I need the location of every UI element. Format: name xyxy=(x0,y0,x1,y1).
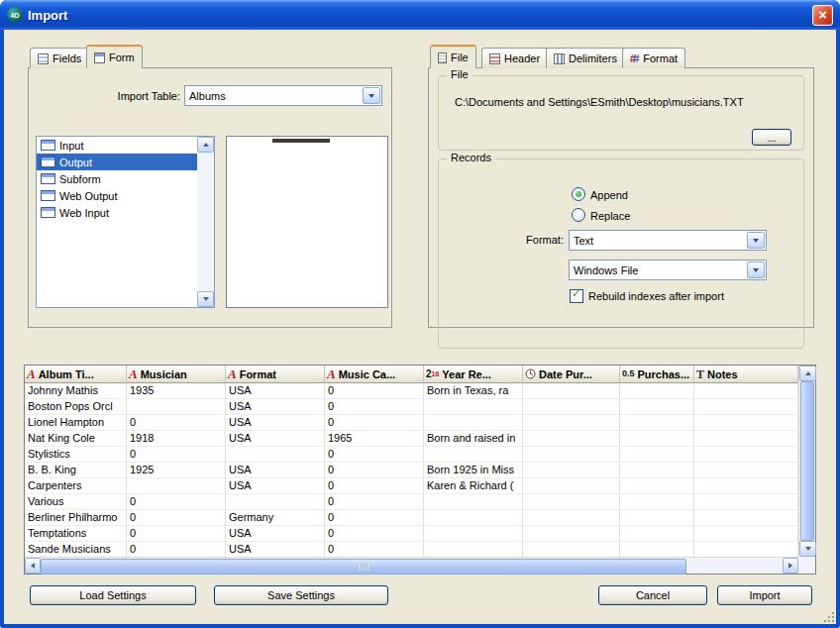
table-cell xyxy=(620,415,694,431)
table-cell xyxy=(424,510,523,526)
vertical-scroll-thumb[interactable] xyxy=(800,381,814,541)
table-cell xyxy=(620,447,694,463)
tab-delimiters[interactable]: Delimiters xyxy=(546,48,625,68)
table-row[interactable]: Temptations0USA0 xyxy=(25,526,798,542)
table-row[interactable]: Nat King Cole1918USA1965Born and raised … xyxy=(25,431,798,447)
tab-format[interactable]: Format xyxy=(622,48,685,68)
tab-fields[interactable]: Fields xyxy=(30,48,89,68)
table-cell: 0 xyxy=(325,463,424,478)
import-dialog-window: 4D Import Fields Form Import Table: Albu… xyxy=(0,0,840,628)
rebuild-indexes-checkbox[interactable] xyxy=(570,289,583,303)
form-list[interactable]: InputOutputSubformWeb OutputWeb Input xyxy=(36,136,215,308)
load-settings-button[interactable]: Load Settings xyxy=(30,585,196,605)
format-tab-icon xyxy=(630,53,639,64)
table-cell xyxy=(424,415,523,431)
horizontal-scroll-thumb[interactable] xyxy=(41,559,686,575)
list-item-web-output[interactable]: Web Output xyxy=(37,187,197,204)
form-icon xyxy=(41,157,55,167)
file-format-combobox[interactable]: Windows File xyxy=(569,260,767,280)
table-row[interactable]: Various00 xyxy=(25,494,798,510)
column-header-purchas[interactable]: 0.5Purchas... xyxy=(620,366,694,383)
column-header-music-ca[interactable]: AMusic Ca... xyxy=(325,366,424,383)
column-header-label: Purchas... xyxy=(638,368,690,380)
scroll-up-button[interactable] xyxy=(197,137,214,153)
list-item-subform[interactable]: Subform xyxy=(37,170,197,187)
table-cell xyxy=(620,399,694,415)
arrow-left-icon xyxy=(31,563,35,569)
table-row[interactable]: Lionel Hampton0USA0 xyxy=(25,415,798,431)
table-cell: 0 xyxy=(325,383,424,399)
resize-grip-icon[interactable] xyxy=(822,610,835,623)
format-combobox[interactable]: Text xyxy=(569,230,767,251)
table-cell xyxy=(523,415,620,431)
table-row[interactable]: Boston Pops OrclUSA0 xyxy=(25,399,798,415)
tab-header[interactable]: Header xyxy=(481,48,548,68)
scroll-down-button[interactable] xyxy=(197,291,214,307)
form-preview-pane xyxy=(226,136,388,308)
table-cell: 0 xyxy=(127,510,226,526)
table-cell: USA xyxy=(226,463,325,478)
table-row[interactable]: Johnny Mathis1935USA0Born in Texas, ra xyxy=(25,383,798,399)
close-button[interactable] xyxy=(812,5,833,26)
import-table-label: Import Table: xyxy=(59,90,180,102)
table-cell xyxy=(523,494,620,510)
table-cell: Stylistics xyxy=(25,447,127,463)
file-format-dropdown-button[interactable] xyxy=(747,262,765,278)
replace-radio[interactable] xyxy=(572,208,585,222)
import-table-dropdown-button[interactable] xyxy=(363,87,380,104)
table-cell: Carpenters xyxy=(25,478,127,494)
import-table-combobox[interactable]: Albums xyxy=(184,85,382,106)
tab-label: Form xyxy=(109,52,135,63)
table-cell xyxy=(620,431,694,447)
tab-label: Delimiters xyxy=(569,52,617,64)
column-header-date-pur[interactable]: Date Pur... xyxy=(523,366,620,383)
table-cell xyxy=(523,383,620,399)
table-vertical-scrollbar[interactable] xyxy=(798,366,815,557)
column-header-musician[interactable]: AMusician xyxy=(127,366,226,383)
list-item-output[interactable]: Output xyxy=(37,154,197,170)
column-header-year-re[interactable]: 216Year Re... xyxy=(424,366,523,383)
table-row[interactable]: CarpentersUSA0Karen & Richard ( xyxy=(25,478,798,494)
table-cell: 0 xyxy=(127,447,226,463)
column-header-format[interactable]: AFormat xyxy=(226,366,325,383)
table-row[interactable]: B. B. King1925USA0Born 1925 in Miss xyxy=(25,463,798,478)
table-cell: Karen & Richard ( xyxy=(424,478,523,494)
tab-file[interactable]: File xyxy=(430,45,476,68)
scroll-up-button[interactable] xyxy=(799,366,816,381)
import-preview-table: AAlbum Ti...AMusicianAFormatAMusic Ca...… xyxy=(24,365,816,575)
cancel-button[interactable]: Cancel xyxy=(598,585,707,605)
table-cell: USA xyxy=(226,542,325,557)
table-cell: Temptations xyxy=(25,526,127,542)
table-cell xyxy=(523,510,620,526)
scroll-down-button[interactable] xyxy=(799,541,816,557)
table-row[interactable]: Stylistics00 xyxy=(25,447,798,463)
list-item-web-input[interactable]: Web Input xyxy=(37,204,197,221)
list-item-input[interactable]: Input xyxy=(37,137,197,154)
import-button[interactable]: Import xyxy=(717,585,812,605)
column-header-notes[interactable]: TNotes xyxy=(694,366,798,383)
save-settings-button[interactable]: Save Settings xyxy=(214,585,388,605)
real-field-icon: 0.5 xyxy=(622,369,635,378)
append-radio[interactable] xyxy=(572,187,585,201)
preview-table-header: AAlbum Ti...AMusicianAFormatAMusic Ca...… xyxy=(25,366,798,383)
records-groupbox: Records Append Replace Format: Text Wind… xyxy=(438,158,804,349)
table-horizontal-scrollbar[interactable] xyxy=(25,557,798,574)
alpha-field-icon: A xyxy=(228,367,237,380)
table-cell: 0 xyxy=(325,510,424,526)
table-cell xyxy=(694,526,798,542)
list-item-label: Web Input xyxy=(59,207,109,219)
title-bar[interactable]: 4D Import xyxy=(0,0,840,30)
scroll-left-button[interactable] xyxy=(25,558,41,574)
format-dropdown-button[interactable] xyxy=(747,232,765,249)
column-header-album-ti[interactable]: AAlbum Ti... xyxy=(25,366,127,383)
form-list-scrollbar[interactable] xyxy=(197,137,214,307)
table-cell xyxy=(523,463,620,478)
table-row[interactable]: Sande Musicians0USA0 xyxy=(25,542,798,557)
table-row[interactable]: Berliner Philharmo0Germany0 xyxy=(25,510,798,526)
import-table-value: Albums xyxy=(185,86,362,105)
scroll-right-button[interactable] xyxy=(783,558,798,574)
tab-form[interactable]: Form xyxy=(86,45,143,68)
browse-button[interactable]: ... xyxy=(752,129,791,146)
table-cell: 0 xyxy=(325,399,424,415)
table-cell xyxy=(424,399,523,415)
